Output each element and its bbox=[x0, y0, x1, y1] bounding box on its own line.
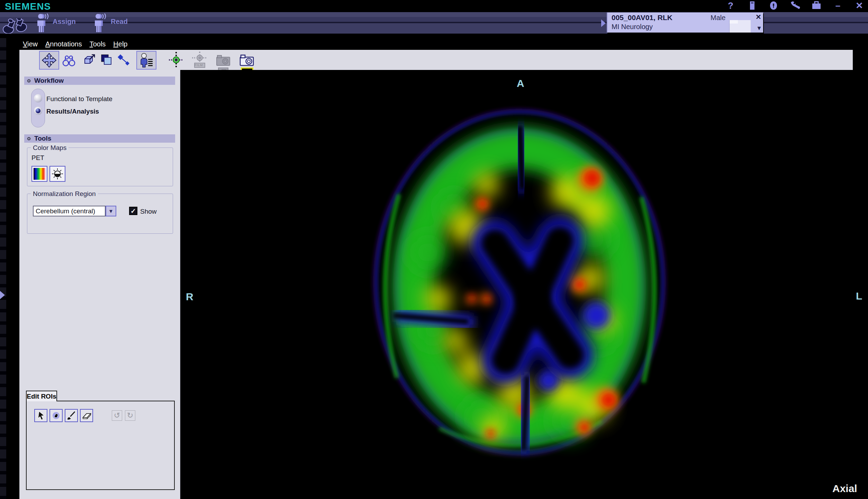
gear-icon bbox=[26, 136, 31, 141]
undo-button: ↺ bbox=[112, 410, 122, 421]
window-controls: ? bbox=[725, 0, 865, 11]
patient-banner-close-icon[interactable]: ✕ bbox=[756, 13, 761, 21]
patient-list-button[interactable] bbox=[136, 51, 156, 70]
browser-binoculars-icon[interactable] bbox=[1, 18, 30, 34]
camera-icon bbox=[239, 54, 254, 66]
patient-banner-collapse-arrow-icon[interactable] bbox=[601, 19, 606, 27]
radio-label-functional[interactable]: Functional to Template bbox=[46, 95, 112, 103]
panel-expand-arrow-icon[interactable] bbox=[0, 291, 5, 299]
workflow-title: Workflow bbox=[34, 77, 64, 84]
close-icon[interactable]: ✕ bbox=[853, 0, 865, 11]
browse-button[interactable] bbox=[59, 51, 79, 70]
roi-brush-button[interactable] bbox=[65, 409, 78, 422]
read-person-icon[interactable] bbox=[91, 13, 107, 33]
image-viewport[interactable]: A R L Axial bbox=[180, 70, 868, 499]
thumbnail-notch bbox=[730, 20, 738, 24]
radio-functional-to-template[interactable] bbox=[34, 94, 42, 103]
film-crosshair-button: FILM bbox=[190, 51, 210, 70]
radio-results-analysis[interactable] bbox=[34, 107, 42, 115]
edit-rois-tab[interactable]: Edit ROIs bbox=[26, 391, 57, 401]
pan-button[interactable] bbox=[39, 51, 59, 70]
briefcase-icon[interactable] bbox=[811, 0, 822, 11]
panel-divider-dashes bbox=[0, 38, 6, 499]
window-brightness-button[interactable] bbox=[49, 166, 65, 182]
tools-title: Tools bbox=[34, 135, 51, 142]
note-icon-svg bbox=[748, 1, 757, 10]
normalization-region-select[interactable]: Cerebellum (central) bbox=[33, 206, 106, 216]
menu-view[interactable]: View bbox=[23, 40, 38, 48]
application-name: MI Neurology bbox=[612, 23, 653, 31]
pet-colormap-button[interactable] bbox=[31, 166, 47, 182]
brush-icon bbox=[66, 411, 76, 420]
zoom-cube-icon bbox=[82, 53, 96, 67]
select-cursor-icon bbox=[36, 411, 45, 420]
color-maps-legend: Color Maps bbox=[31, 144, 69, 152]
banner-gap bbox=[0, 34, 868, 38]
menu-tools[interactable]: Tools bbox=[90, 40, 106, 48]
show-checkbox[interactable]: ✓ bbox=[129, 207, 137, 215]
seed-blob-icon bbox=[51, 411, 61, 420]
patient-banner-dropdown-icon[interactable]: ▼ bbox=[756, 25, 762, 32]
minimize-icon[interactable]: – bbox=[832, 0, 844, 11]
layers-icon bbox=[99, 53, 113, 67]
measure-button[interactable] bbox=[114, 51, 134, 70]
person-list-icon bbox=[139, 53, 154, 68]
crosshair-icon bbox=[169, 52, 184, 69]
radio-label-results[interactable]: Results/Analysis bbox=[46, 108, 99, 115]
combo-dropdown-icon[interactable]: ▼ bbox=[106, 206, 116, 216]
patient-sex: Male bbox=[711, 14, 725, 22]
siemens-logo: SIEMENS bbox=[5, 1, 51, 12]
roi-select-button[interactable] bbox=[34, 409, 47, 422]
patient-banner-thumbnail bbox=[729, 20, 751, 33]
assign-person-icon[interactable] bbox=[33, 13, 49, 33]
pan-icon bbox=[42, 53, 56, 68]
menu-help[interactable]: Help bbox=[113, 40, 127, 48]
plane-label: Axial bbox=[832, 483, 857, 494]
pet-label: PET bbox=[31, 154, 44, 162]
pet-brain-axial-image bbox=[367, 104, 672, 464]
assign-label[interactable]: Assign bbox=[53, 18, 76, 26]
wrench-icon[interactable] bbox=[789, 0, 801, 11]
orientation-right: R bbox=[186, 291, 193, 303]
read-label[interactable]: Read bbox=[111, 18, 128, 26]
snapshot-button[interactable] bbox=[237, 51, 257, 70]
patient-name: 005_00AV01, RLK bbox=[612, 14, 672, 22]
orientation-left: L bbox=[856, 290, 862, 302]
lock-icon[interactable] bbox=[768, 0, 779, 11]
help-icon[interactable]: ? bbox=[725, 0, 736, 11]
roi-seed-button[interactable] bbox=[49, 409, 63, 422]
film-label: FILM bbox=[195, 63, 203, 67]
copy-image-button bbox=[213, 51, 233, 70]
normalization-legend: Normalization Region bbox=[31, 190, 98, 198]
menu-annotations[interactable]: Annotations bbox=[45, 40, 82, 48]
rainbow-colormap-icon bbox=[34, 168, 45, 180]
menubar: View Annotations Tools Help bbox=[19, 38, 868, 50]
orientation-anterior: A bbox=[517, 78, 524, 89]
color-maps-group: Color Maps PET bbox=[27, 148, 173, 186]
binoculars-icon bbox=[62, 53, 76, 67]
reference-lines-button[interactable] bbox=[166, 51, 186, 70]
camera-disabled-icon bbox=[216, 54, 231, 66]
tools-section-header[interactable]: Tools bbox=[24, 134, 175, 143]
roi-eraser-button[interactable] bbox=[80, 409, 93, 422]
workflow-section-header[interactable]: Workflow bbox=[24, 77, 175, 85]
top-banner: SIEMENS ? bbox=[0, 0, 868, 38]
left-edge-strip bbox=[0, 38, 19, 499]
patient-banner: 005_00AV01, RLK Male MI Neurology ✕ ▼ bbox=[607, 12, 763, 33]
measure-icon bbox=[117, 53, 130, 67]
note-icon[interactable] bbox=[746, 0, 758, 11]
show-checkbox-label[interactable]: Show bbox=[140, 208, 157, 215]
gear-icon bbox=[26, 78, 31, 83]
task-card-panel: Workflow Functional to Template Results/… bbox=[19, 70, 180, 499]
edit-rois-panel: ↺ ↻ bbox=[26, 401, 175, 490]
brightness-icon bbox=[51, 168, 64, 180]
eraser-icon bbox=[82, 411, 91, 420]
normalization-group: Normalization Region Cerebellum (central… bbox=[27, 194, 173, 234]
toolbar: FILM bbox=[19, 50, 853, 70]
redo-button: ↻ bbox=[125, 410, 135, 421]
